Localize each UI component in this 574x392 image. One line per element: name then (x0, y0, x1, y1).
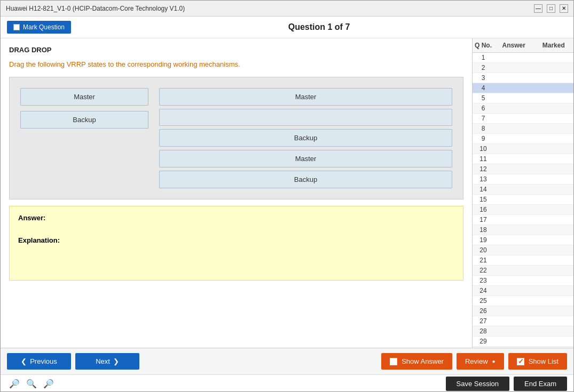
review-button[interactable]: Review ● (457, 353, 504, 370)
drop-zone-5[interactable]: Backup (159, 171, 452, 188)
sidebar-cell-num: 2 (473, 64, 494, 71)
chevron-right-icon (113, 357, 119, 365)
review-dot-icon: ● (492, 358, 496, 364)
sidebar-row[interactable]: 7 (473, 114, 573, 124)
title-bar: Huawei H12-821_V1-0 (HCIP-Datacom-Core T… (1, 1, 573, 17)
zoom-bar: 🔎 🔍 🔎 Save Session End Exam (1, 374, 573, 392)
sidebar-row[interactable]: 6 (473, 103, 573, 114)
answer-area: Answer: Explanation: (9, 206, 463, 281)
sidebar-cell-num: 19 (473, 236, 494, 244)
sidebar-cell-num: 7 (473, 115, 494, 122)
drop-zone-4[interactable]: Master (159, 150, 452, 167)
review-label: Review (465, 357, 488, 365)
sidebar-row[interactable]: 1 (473, 53, 573, 63)
sidebar-cell-num: 15 (473, 196, 494, 203)
sidebar-row[interactable]: 16 (473, 205, 573, 215)
sidebar-row[interactable]: 29 (473, 337, 573, 347)
sidebar-row[interactable]: 15 (473, 195, 573, 205)
sidebar-cell-num: 20 (473, 246, 494, 254)
sidebar-cell-num: 29 (473, 338, 494, 345)
drop-zone-1[interactable]: Master (159, 88, 452, 106)
show-list-checkbox-icon (517, 358, 524, 365)
drag-drop-area: Master Backup Master Backup Master Backu… (9, 77, 463, 199)
sidebar-cell-num: 4 (473, 84, 494, 92)
sidebar-list[interactable]: 1 2 3 4 5 6 7 8 (473, 53, 573, 348)
maximize-button[interactable]: □ (547, 4, 555, 13)
sidebar-row[interactable]: 3 (473, 73, 573, 83)
zoom-in-button[interactable]: 🔎 (7, 378, 22, 390)
sidebar-row[interactable]: 13 (473, 174, 573, 185)
minimize-button[interactable]: — (534, 4, 542, 13)
save-session-button[interactable]: Save Session (446, 377, 510, 391)
sidebar-row[interactable]: 28 (473, 326, 573, 337)
sidebar-cell-num: 22 (473, 267, 494, 274)
mark-checkbox-icon (13, 24, 20, 30)
end-exam-button[interactable]: End Exam (514, 377, 567, 391)
sidebar-row[interactable]: 8 (473, 124, 573, 134)
sidebar-cell-num: 5 (473, 94, 494, 102)
sidebar-cell-num: 18 (473, 226, 494, 234)
sidebar-row[interactable]: 18 (473, 225, 573, 235)
sidebar-cell-num: 24 (473, 287, 494, 294)
sidebar-row[interactable]: 11 (473, 154, 573, 164)
sidebar-cell-num: 14 (473, 186, 494, 193)
sidebar-row[interactable]: 21 (473, 255, 573, 266)
sidebar-header: Q No. Answer Marked (473, 38, 573, 53)
sidebar-row[interactable]: 5 (473, 93, 573, 103)
sidebar-row[interactable]: 24 (473, 286, 573, 296)
next-button[interactable]: Next (75, 353, 139, 370)
zoom-reset-button[interactable]: 🔍 (24, 378, 39, 390)
sidebar-cell-num: 6 (473, 105, 494, 112)
sidebar-cell-num: 26 (473, 307, 494, 315)
sidebar-row[interactable]: 23 (473, 276, 573, 286)
sidebar-cell-num: 16 (473, 206, 494, 213)
previous-label: Previous (30, 357, 57, 365)
drop-target-area: Master Backup Master Backup (159, 88, 452, 188)
bottom-right-buttons: Save Session End Exam (446, 377, 567, 391)
sidebar-header-marked: Marked (534, 41, 574, 50)
zoom-out-button[interactable]: 🔎 (41, 378, 56, 390)
sidebar-cell-num: 8 (473, 125, 494, 132)
sidebar-cell-num: 28 (473, 327, 494, 335)
sidebar-cell-num: 9 (473, 135, 494, 142)
show-answer-checkbox-icon (390, 358, 397, 365)
previous-button[interactable]: Previous (7, 353, 71, 370)
show-list-label: Show List (529, 357, 559, 365)
show-answer-label: Show Answer (402, 357, 444, 365)
drag-item-backup[interactable]: Backup (20, 111, 148, 129)
sidebar-cell-num: 27 (473, 317, 494, 325)
drag-item-master[interactable]: Master (20, 88, 148, 106)
sidebar-row[interactable]: 10 (473, 144, 573, 154)
mark-question-label: Mark Question (23, 23, 65, 31)
mark-question-button[interactable]: Mark Question (7, 21, 71, 34)
content-area: DRAG DROP Drag the following VRRP states… (1, 38, 573, 348)
sidebar-cell-num: 11 (473, 155, 494, 163)
sidebar-row[interactable]: 27 (473, 316, 573, 326)
sidebar-row[interactable]: 9 (473, 134, 573, 144)
sidebar-cell-num: 25 (473, 297, 494, 305)
sidebar-header-answer: Answer (494, 41, 534, 50)
sidebar-header-qno: Q No. (473, 41, 494, 50)
drop-zone-2[interactable] (159, 109, 452, 126)
sidebar-row[interactable]: 25 (473, 296, 573, 306)
drop-zone-3[interactable]: Backup (159, 129, 452, 147)
sidebar-row[interactable]: 2 (473, 63, 573, 73)
sidebar-row[interactable]: 17 (473, 215, 573, 225)
sidebar-row[interactable]: 26 (473, 306, 573, 316)
sidebar-row[interactable]: 14 (473, 185, 573, 195)
sidebar-cell-num: 3 (473, 74, 494, 82)
explanation-label: Explanation: (18, 236, 454, 244)
next-label: Next (96, 357, 110, 365)
question-title: Question 1 of 7 (71, 22, 567, 32)
sidebar-row[interactable]: 22 (473, 266, 573, 276)
sidebar-row[interactable]: 4 (473, 83, 573, 93)
sidebar-row[interactable]: 20 (473, 245, 573, 255)
sidebar-cell-num: 1 (473, 54, 494, 61)
show-answer-button[interactable]: Show Answer (381, 353, 452, 370)
sidebar-cell-num: 21 (473, 257, 494, 264)
sidebar-row[interactable]: 19 (473, 235, 573, 245)
header-bar: Mark Question Question 1 of 7 (1, 17, 573, 38)
sidebar-row[interactable]: 12 (473, 164, 573, 174)
close-button[interactable]: ✕ (560, 4, 568, 13)
show-list-button[interactable]: Show List (508, 353, 567, 370)
